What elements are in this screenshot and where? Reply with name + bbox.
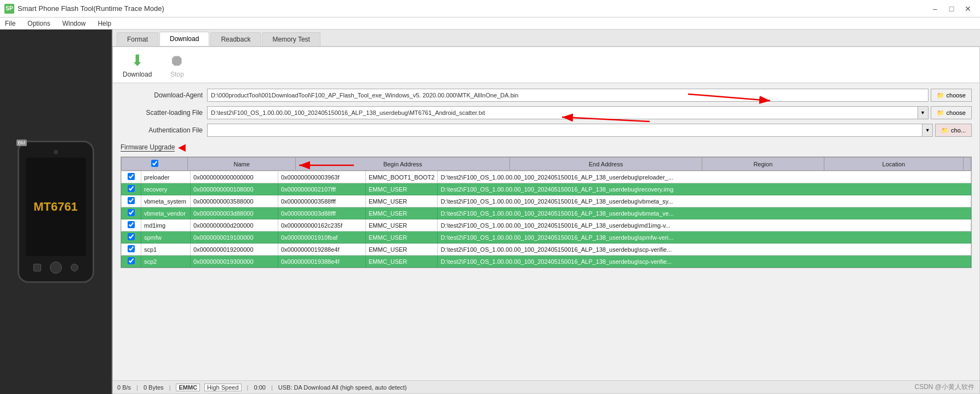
auth-choose-button[interactable]: 📁 cho...: [935, 124, 972, 137]
row-begin: 0x000000000d200000: [191, 219, 278, 231]
table-row: vbmeta_system0x00000000035880000x0000000…: [122, 195, 971, 207]
row-checkbox[interactable]: [128, 173, 135, 180]
row-name: md1img: [141, 219, 191, 231]
row-name: vbmeta_system: [141, 195, 191, 207]
row-begin: 0x0000000000000000: [191, 171, 278, 183]
table-row: scp20x00000000193000000x0000000019388e4f…: [122, 256, 971, 268]
row-location: D:\test2\F100_OS_1.00.00.00_100_20240515…: [438, 256, 971, 268]
maximize-button[interactable]: □: [944, 3, 959, 15]
firmware-upgrade-label: Firmware Upgrade ◀: [121, 141, 972, 153]
phone-panel: BM MT6761: [0, 30, 112, 394]
row-checkbox-cell[interactable]: [122, 171, 141, 183]
row-checkbox-cell[interactable]: [122, 219, 141, 231]
row-region: EMMC_USER: [366, 219, 438, 231]
auth-file-label: Authentication File: [121, 126, 203, 134]
col-header-region: Region: [702, 158, 824, 171]
scatter-file-input[interactable]: [207, 106, 918, 119]
col-header-name: Name: [188, 158, 296, 171]
table-row: vbmeta_vendor0x0000000003d880000x0000000…: [122, 207, 971, 219]
row-begin: 0x0000000019200000: [191, 244, 278, 256]
scatter-dropdown-arrow[interactable]: ▼: [918, 106, 929, 119]
table-body: preloader0x00000000000000000x00000000000…: [122, 171, 971, 268]
download-agent-input[interactable]: [207, 89, 929, 102]
minimize-button[interactable]: –: [927, 3, 943, 15]
row-begin: 0x0000000019100000: [191, 231, 278, 244]
tab-readback[interactable]: Readback: [210, 32, 261, 46]
folder-icon-scatter: 📁: [937, 109, 944, 117]
row-checkbox[interactable]: [128, 233, 135, 240]
row-checkbox-cell[interactable]: [122, 244, 141, 256]
download-button[interactable]: ⬇ Download: [119, 50, 155, 79]
auth-dropdown-wrapper: ▼: [207, 124, 933, 137]
tab-download[interactable]: Download: [159, 32, 209, 46]
title-bar: SP Smart Phone Flash Tool(Runtime Trace …: [0, 0, 980, 18]
row-begin: 0x0000000003588000: [191, 195, 278, 207]
row-checkbox-cell[interactable]: [122, 207, 141, 219]
row-end: 0x000000000003963f: [278, 171, 366, 183]
status-speed: 0 B/s: [117, 384, 131, 391]
row-name: vbmeta_vendor: [141, 207, 191, 219]
row-name: spmfw: [141, 231, 191, 244]
row-checkbox[interactable]: [128, 221, 135, 228]
col-header-location: Location: [824, 158, 963, 171]
row-checkbox[interactable]: [128, 245, 135, 252]
row-location: D:\test2\F100_OS_1.00.00.00_100_20240515…: [438, 195, 971, 207]
scatter-file-label: Scatter-loading File: [121, 109, 203, 117]
row-checkbox[interactable]: [128, 197, 135, 204]
row-checkbox-cell[interactable]: [122, 231, 141, 244]
window-title: Smart Phone Flash Tool(Runtime Trace Mod…: [18, 4, 164, 13]
file-table-container: Name Begin Address End Address Region Lo…: [121, 157, 972, 268]
menu-options[interactable]: Options: [26, 19, 51, 28]
table-row: scp10x00000000192000000x0000000019288e4f…: [122, 244, 971, 256]
table-row: preloader0x00000000000000000x00000000000…: [122, 171, 971, 183]
tab-bar: Format Download Readback Memory Test: [112, 30, 980, 47]
row-checkbox[interactable]: [128, 209, 135, 216]
row-end: 0x000000001910fbaf: [278, 231, 366, 244]
row-end: 0x0000000019388e4f: [278, 256, 366, 268]
stop-button[interactable]: ⏺ Stop: [166, 50, 188, 79]
table-row: md1img0x000000000d2000000x000000000162c2…: [122, 219, 971, 231]
scatter-dropdown-wrapper: ▼: [207, 106, 929, 119]
row-region: EMMC_USER: [366, 183, 438, 195]
row-checkbox-cell[interactable]: [122, 195, 141, 207]
menu-file[interactable]: File: [3, 19, 17, 28]
phone-frame: BM MT6761: [18, 141, 94, 283]
download-label: Download: [123, 71, 152, 78]
row-end: 0x0000000003588fff: [278, 195, 366, 207]
main-layout: BM MT6761 Format Download Readback Memor…: [0, 30, 980, 394]
inner-content: Download-Agent 📁 choose Scatter-loading …: [113, 83, 979, 380]
auth-file-row: Authentication File ▼ 📁 cho...: [121, 124, 972, 137]
auth-dropdown-arrow[interactable]: ▼: [922, 124, 933, 137]
row-name: scp1: [141, 244, 191, 256]
row-checkbox[interactable]: [128, 185, 135, 192]
bm-badge: BM: [16, 140, 27, 146]
download-agent-row: Download-Agent 📁 choose: [121, 89, 972, 102]
download-agent-choose-button[interactable]: 📁 choose: [931, 89, 972, 102]
firmware-arrow-icon: ◀: [178, 141, 186, 153]
row-checkbox-cell[interactable]: [122, 183, 141, 195]
auth-file-input[interactable]: [207, 124, 922, 137]
status-usb-info: USB: DA Download All (high speed, auto d…: [278, 384, 407, 391]
row-region: EMMC_USER: [366, 256, 438, 268]
row-location: D:\test2\F100_OS_1.00.00.00_100_20240515…: [438, 219, 971, 231]
folder-icon-auth: 📁: [941, 127, 949, 134]
select-all-checkbox[interactable]: [151, 160, 158, 167]
folder-icon: 📁: [937, 92, 944, 99]
phone-speaker: [54, 150, 58, 154]
tab-format[interactable]: Format: [117, 32, 158, 46]
stop-icon: ⏺: [169, 51, 185, 69]
row-checkbox[interactable]: [128, 257, 135, 264]
phone-back-btn: [33, 264, 41, 271]
col-header-end: End Address: [510, 158, 702, 171]
scatter-choose-button[interactable]: 📁 choose: [931, 106, 972, 119]
col-header-check[interactable]: [122, 158, 188, 171]
table-scroll-area[interactable]: preloader0x00000000000000000x00000000000…: [121, 171, 971, 268]
tab-memory-test[interactable]: Memory Test: [262, 32, 320, 46]
watermark: CSDN @小黄人软件: [914, 383, 975, 392]
menu-help[interactable]: Help: [96, 19, 113, 28]
close-button[interactable]: ✕: [960, 3, 976, 15]
toolbar: ⬇ Download ⏺ Stop: [113, 47, 979, 83]
row-location: D:\test2\F100_OS_1.00.00.00_100_20240515…: [438, 183, 971, 195]
row-checkbox-cell[interactable]: [122, 256, 141, 268]
menu-window[interactable]: Window: [61, 19, 88, 28]
